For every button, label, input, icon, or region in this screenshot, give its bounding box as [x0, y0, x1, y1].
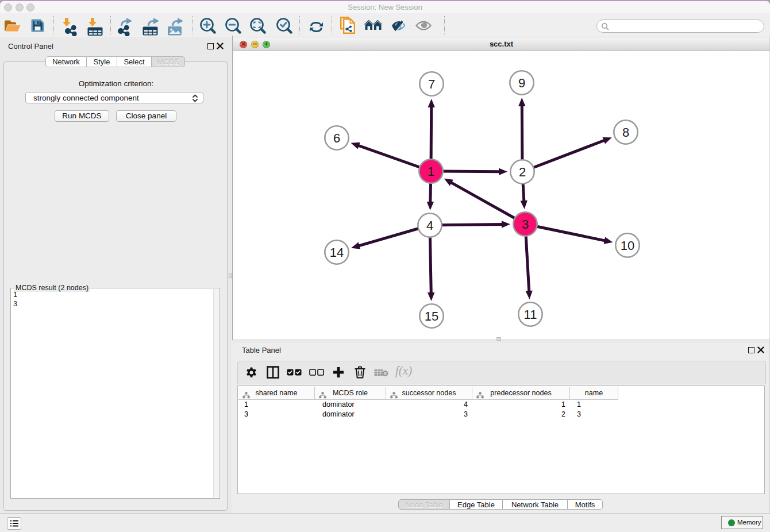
- svg-text:6: 6: [333, 131, 340, 145]
- svg-text:2: 2: [519, 165, 526, 179]
- svg-text:15: 15: [425, 309, 438, 323]
- svg-text:9: 9: [518, 76, 525, 90]
- svg-text:3: 3: [522, 217, 529, 232]
- svg-text:4: 4: [426, 218, 433, 233]
- svg-text:11: 11: [524, 307, 537, 322]
- svg-text:14: 14: [330, 245, 344, 260]
- svg-text:1: 1: [428, 164, 434, 179]
- svg-text:7: 7: [428, 77, 435, 91]
- svg-text:8: 8: [622, 125, 629, 140]
- svg-text:10: 10: [621, 238, 634, 253]
